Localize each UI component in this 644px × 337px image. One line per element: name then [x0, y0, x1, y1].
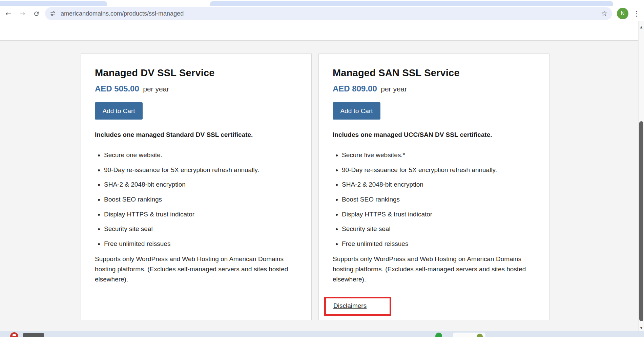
card-managed-dv-ssl: Managed DV SSL Service AED 505.00 per ye… [81, 54, 312, 320]
pricing-cards-row: Managed DV SSL Service AED 505.00 per ye… [0, 41, 638, 320]
url-text[interactable]: americandomains.com/products/ssl-managed [61, 10, 598, 17]
price-value: AED 505.00 [95, 84, 139, 93]
feature-item: Boost SEO rankings [342, 195, 535, 204]
feature-item: Free unlimited reissues [104, 239, 297, 248]
price-row: AED 809.00 per year [333, 84, 535, 93]
price-period: per year [381, 85, 407, 93]
feature-item: SHA-2 & 2048-bit encryption [342, 180, 535, 189]
red-annotation-box: Disclaimers [324, 297, 391, 316]
taskbar-app-icon-green[interactable] [435, 333, 442, 337]
feature-item: Secure five websites.* [342, 151, 535, 160]
feature-item: Display HTTPS & trust indicator [342, 210, 535, 219]
address-bar[interactable]: americandomains.com/products/ssl-managed… [45, 7, 612, 20]
feature-item: Display HTTPS & trust indicator [104, 210, 297, 219]
disclaimers-link[interactable]: Disclaimers [333, 302, 367, 309]
page-content: Managed DV SSL Service AED 505.00 per ye… [0, 21, 638, 331]
card-title: Managed SAN SSL Service [333, 67, 535, 79]
browser-tab-strip [0, 0, 644, 6]
add-to-cart-button[interactable]: Add to Cart [333, 102, 380, 120]
scrollbar-thumb[interactable] [639, 121, 643, 321]
browser-tab[interactable] [0, 1, 107, 6]
feature-item: Security site seal [104, 225, 297, 233]
reload-button[interactable] [31, 8, 41, 19]
site-info-icon[interactable] [49, 10, 57, 17]
feature-item: Secure one website. [104, 151, 297, 160]
taskbar-label-fragment [23, 333, 44, 337]
taskbar [0, 331, 644, 337]
feature-item: Boost SEO rankings [104, 195, 297, 204]
card-intro: Includes one managed Standard DV SSL cer… [95, 131, 297, 139]
card-managed-san-ssl: Managed SAN SSL Service AED 809.00 per y… [318, 54, 549, 320]
back-button[interactable]: ← [3, 8, 14, 19]
page-header-band [0, 21, 638, 41]
feature-list: Secure one website.90-Day re-issuance fo… [95, 151, 297, 248]
forward-button[interactable]: → [17, 8, 27, 19]
price-value: AED 809.00 [333, 84, 377, 93]
feature-item: 90-Day re-issuance for 5X encryption ref… [104, 166, 297, 174]
taskbar-app-icon-olive [477, 334, 483, 337]
taskbar-app-icon-red[interactable] [10, 332, 18, 337]
bookmark-star-icon[interactable]: ☆ [601, 9, 607, 18]
support-note: Supports only WordPress and Web Hosting … [95, 254, 297, 285]
taskbar-app-window[interactable] [453, 333, 485, 337]
card-intro: Includes one managed UCC/SAN DV SSL cert… [333, 131, 535, 139]
browser-menu-icon[interactable]: ⋮ [633, 9, 640, 18]
browser-tab[interactable] [210, 1, 613, 6]
feature-item: Security site seal [342, 225, 535, 233]
price-period: per year [143, 85, 169, 93]
scroll-down-arrow-icon[interactable]: ▼ [639, 326, 644, 330]
feature-item: 90-Day re-issuance for 5X encryption ref… [342, 166, 535, 174]
support-note: Supports only WordPress and Web Hosting … [333, 254, 535, 285]
feature-item: Free unlimited reissues [342, 239, 535, 248]
price-row: AED 505.00 per year [95, 84, 297, 93]
reload-icon [33, 10, 40, 17]
profile-avatar[interactable]: N [617, 8, 628, 19]
card-title: Managed DV SSL Service [95, 67, 297, 79]
feature-item: SHA-2 & 2048-bit encryption [104, 180, 297, 189]
scroll-up-arrow-icon[interactable]: ▲ [639, 25, 644, 29]
add-to-cart-button[interactable]: Add to Cart [95, 102, 143, 120]
vertical-scrollbar[interactable]: ▲ ▼ [638, 21, 644, 331]
feature-list: Secure five websites.*90-Day re-issuance… [333, 151, 535, 248]
browser-toolbar: ← → americandomains.com/products/ssl-man… [0, 6, 644, 21]
